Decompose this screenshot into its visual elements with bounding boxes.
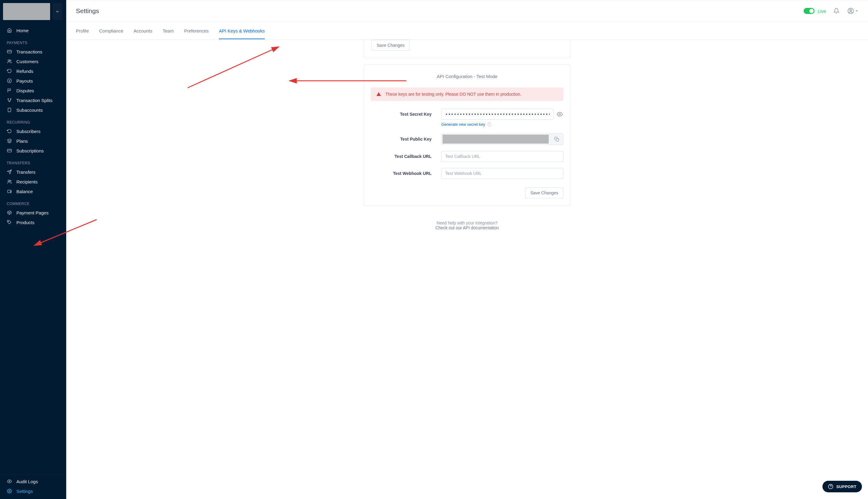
svg-point-3 [10, 60, 11, 61]
sidebar-item-settings[interactable]: Settings [0, 486, 66, 496]
sidebar-item-label: Payment Pages [16, 210, 49, 215]
svg-point-6 [8, 99, 9, 100]
down-icon [7, 78, 12, 84]
business-selector[interactable] [3, 3, 50, 20]
sidebar-item-label: Disputes [16, 88, 34, 93]
sidebar-item-home[interactable]: Home [0, 25, 66, 35]
sidebar-footer: Audit LogsSettings [0, 474, 66, 499]
sidebar-item-label: Customers [16, 59, 39, 64]
svg-point-25 [559, 113, 561, 115]
sidebar-item-subscriptions[interactable]: Subscriptions [0, 146, 66, 156]
sidebar-item-label: Home [16, 28, 28, 33]
sidebar-item-payment-pages[interactable]: Payment Pages [0, 208, 66, 218]
users-icon [7, 179, 12, 184]
api-config-card: API Configuration - Test Mode These keys… [364, 64, 570, 206]
svg-rect-0 [7, 50, 11, 53]
svg-point-19 [8, 221, 9, 222]
sidebar-item-plans[interactable]: Plans [0, 136, 66, 146]
test-public-key-group [441, 133, 563, 145]
svg-point-21 [9, 490, 10, 492]
doc-link[interactable]: Check out our API documentation [364, 226, 570, 230]
wallet-icon [7, 188, 12, 194]
tab-accounts[interactable]: Accounts [134, 23, 152, 39]
sidebar-item-refunds[interactable]: Refunds [0, 66, 66, 76]
sidebar-item-customers[interactable]: Customers [0, 57, 66, 66]
content: Save Changes API Configuration - Test Mo… [66, 40, 868, 499]
sidebar-item-subscribers[interactable]: Subscribers [0, 126, 66, 136]
layers-icon [7, 138, 12, 144]
tab-team[interactable]: Team [162, 23, 174, 39]
prev-card-fragment: Save Changes [364, 40, 570, 58]
sidebar-item-transaction-splits[interactable]: Transaction Splits [0, 95, 66, 105]
settings-tabs: ProfileComplianceAccountsTeamPreferences… [66, 22, 868, 40]
sidebar-item-products[interactable]: Products [0, 218, 66, 227]
tab-profile[interactable]: Profile [76, 23, 89, 39]
copy-public-key-button[interactable] [550, 134, 563, 145]
support-button[interactable]: SUPPORT [822, 481, 862, 492]
sidebar-item-audit-logs[interactable]: Audit Logs [0, 476, 66, 486]
api-form: Test Secret Key [364, 101, 570, 198]
sidebar-item-label: Transfers [16, 169, 36, 175]
generate-secret-label: Generate new secret key [441, 122, 485, 127]
help-line1: Need help with your integration? [364, 220, 570, 226]
topbar-right: Live [804, 8, 858, 14]
sidebar-header [0, 0, 66, 23]
sidebar-item-balance[interactable]: Balance [0, 186, 66, 196]
tab-api-keys-webhooks[interactable]: API Keys & Webhooks [219, 23, 265, 39]
user-menu[interactable] [847, 8, 858, 14]
home-icon [7, 28, 12, 33]
svg-rect-26 [556, 138, 559, 141]
test-callback-url-input[interactable] [441, 151, 563, 162]
flag-icon [7, 88, 12, 93]
chevron-down-icon [55, 9, 60, 14]
svg-point-20 [9, 481, 10, 482]
info-icon: i [487, 122, 491, 127]
undo-icon [7, 129, 12, 134]
topbar: Settings Live [66, 0, 868, 22]
card-icon [7, 148, 12, 154]
caret-down-icon [855, 9, 858, 12]
label-public-key: Test Public Key [371, 137, 431, 142]
notifications-button[interactable] [833, 8, 840, 14]
sidebar-item-label: Audit Logs [16, 479, 38, 484]
reveal-secret-button[interactable] [556, 111, 563, 117]
test-webhook-url-input[interactable] [441, 168, 563, 179]
svg-rect-9 [8, 108, 11, 112]
generate-secret-link[interactable]: Generate new secret key i [441, 122, 563, 127]
save-changes-button-top[interactable]: Save Changes [371, 40, 410, 51]
save-changes-button[interactable]: Save Changes [525, 187, 563, 198]
tab-preferences[interactable]: Preferences [184, 23, 209, 39]
business-dropdown-toggle[interactable] [52, 3, 62, 20]
sidebar-item-label: Settings [16, 489, 33, 494]
undo-icon [7, 68, 12, 74]
label-callback-url: Test Callback URL [371, 154, 431, 159]
svg-line-27 [188, 47, 279, 88]
test-public-key-value[interactable] [442, 135, 549, 144]
test-secret-key-input[interactable] [441, 109, 554, 120]
sidebar-item-recipients[interactable]: Recipients [0, 177, 66, 186]
sidebar-item-label: Transactions [16, 49, 42, 54]
gear-icon [7, 488, 12, 494]
sidebar-item-label: Subscriptions [16, 148, 44, 154]
sidebar-item-transactions[interactable]: Transactions [0, 47, 66, 57]
sidebar-item-disputes[interactable]: Disputes [0, 86, 66, 95]
svg-marker-24 [856, 10, 858, 12]
help-text: Need help with your integration? Check o… [364, 220, 570, 230]
sidebar-item-label: Subscribers [16, 129, 40, 134]
test-mode-alert: These keys are for testing only. Please … [371, 87, 563, 101]
label-secret-key: Test Secret Key [371, 112, 431, 117]
tab-compliance[interactable]: Compliance [99, 23, 123, 39]
svg-point-15 [8, 180, 9, 182]
label-webhook-url: Test Webhook URL [371, 171, 431, 176]
svg-point-23 [850, 9, 852, 11]
sidebar-item-label: Balance [16, 189, 33, 194]
sidebar-item-payouts[interactable]: Payouts [0, 76, 66, 86]
sidebar-section-transfers: TRANSFERS [0, 156, 66, 167]
sidebar-item-transfers[interactable]: Transfers [0, 167, 66, 177]
tag-icon [7, 220, 12, 225]
sidebar-item-subaccounts[interactable]: Subaccounts [0, 105, 66, 115]
user-icon [847, 8, 854, 14]
live-toggle[interactable] [804, 8, 815, 14]
bell-icon [833, 8, 840, 14]
sidebar-item-label: Subaccounts [16, 108, 43, 113]
